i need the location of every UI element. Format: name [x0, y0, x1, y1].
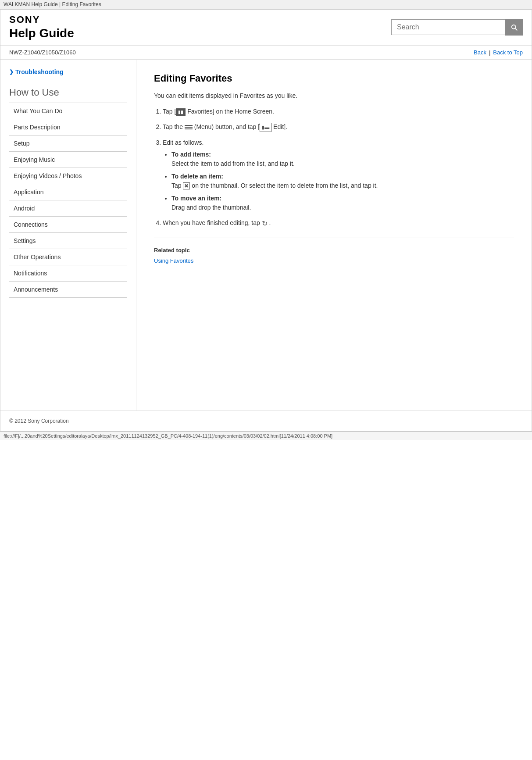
sidebar-item-settings[interactable]: Settings — [0, 233, 136, 249]
nav-links: Back | Back to Top — [474, 49, 523, 56]
intro-text: You can edit items displayed in Favorite… — [154, 92, 514, 99]
sidebar-item-parts-description[interactable]: Parts Description — [0, 119, 136, 135]
back-link[interactable]: Back — [474, 49, 486, 56]
step-1: Tap [▮▮ Favorites] on the Home Screen. — [163, 107, 514, 116]
main-content: Editing Favorites You can edit items dis… — [136, 60, 532, 410]
x-icon: ✖ — [183, 182, 190, 189]
sidebar-item-what-you-can-do[interactable]: What You Can Do — [0, 103, 136, 119]
steps-list: Tap [▮▮ Favorites] on the Home Screen. T… — [163, 107, 514, 229]
sidebar-item-notifications[interactable]: Notifications — [0, 265, 136, 281]
search-button[interactable] — [505, 19, 523, 36]
sidebar-item-enjoying-music[interactable]: Enjoying Music — [0, 152, 136, 168]
sub-step-move-detail: Drag and drop the thumbnail. — [171, 204, 251, 211]
status-bar: file:///F|/...20and%20Settings/editorala… — [0, 432, 532, 440]
separator: | — [489, 49, 490, 56]
troubleshooting-link[interactable]: ❯ Troubleshooting — [9, 68, 127, 75]
step-4-text: When you have finished editing, tap ↻ . — [163, 219, 271, 226]
sub-step-delete-detail: Tap ✖ on the thumbnail. Or select the it… — [171, 182, 378, 189]
sidebar-item-android[interactable]: Android — [0, 200, 136, 216]
content-wrapper: ❯ Troubleshooting How to Use What You Ca… — [0, 60, 532, 410]
step-1-text: Tap [▮▮ Favorites] on the Home Screen. — [163, 108, 274, 115]
sub-step-move: To move an item: Drag and drop the thumb… — [171, 194, 514, 212]
title-bar-text: WALKMAN Help Guide | Editing Favorites — [4, 1, 101, 7]
sub-step-delete: To delete an item: Tap ✖ on the thumbnai… — [171, 172, 514, 190]
sidebar-item-application[interactable]: Application — [0, 184, 136, 200]
header: SONY Help Guide — [0, 10, 532, 46]
step-4: When you have finished editing, tap ↻ . — [163, 218, 514, 229]
page-title: Editing Favorites — [154, 73, 514, 84]
sidebar-item-other-operations[interactable]: Other Operations — [0, 249, 136, 265]
status-url: file:///F|/...20and%20Settings/editorala… — [4, 433, 332, 439]
header-branding: SONY Help Guide — [9, 14, 74, 40]
sub-step-add-detail: Select the item to add from the list, an… — [171, 160, 295, 167]
sidebar-item-setup[interactable]: Setup — [0, 136, 136, 151]
sub-header: NWZ-Z1040/Z1050/Z1060 Back | Back to Top — [0, 46, 532, 60]
content-divider-bottom — [154, 273, 514, 273]
troubleshooting-label: Troubleshooting — [15, 68, 64, 75]
sidebar: ❯ Troubleshooting How to Use What You Ca… — [0, 60, 136, 410]
step-3: Edit as follows. To add items: Select th… — [163, 138, 514, 212]
step-2: Tap the (Menu) button, and tap [▮▬ Edit]… — [163, 122, 514, 132]
copyright: © 2012 Sony Corporation — [9, 418, 69, 424]
help-guide-title: Help Guide — [9, 26, 74, 40]
sidebar-item-enjoying-videos-photos[interactable]: Enjoying Videos / Photos — [0, 168, 136, 184]
model-number: NWZ-Z1040/Z1050/Z1060 — [9, 49, 76, 56]
sidebar-item-connections[interactable]: Connections — [0, 217, 136, 232]
sub-steps-list: To add items: Select the item to add fro… — [171, 150, 514, 212]
search-icon — [510, 23, 518, 31]
related-topic-label: Related topic — [154, 247, 514, 253]
footer: © 2012 Sony Corporation — [0, 410, 532, 431]
sidebar-item-announcements[interactable]: Announcements — [0, 282, 136, 297]
menu-icon — [185, 124, 193, 130]
undo-icon: ↻ — [262, 218, 268, 229]
title-bar: WALKMAN Help Guide | Editing Favorites — [0, 0, 532, 9]
sidebar-divider-12 — [9, 297, 127, 298]
edit-icon: ▮▬ — [260, 123, 271, 132]
sub-step-delete-label: To delete an item: — [171, 173, 223, 180]
content-divider-top — [154, 238, 514, 238]
how-to-use-title: How to Use — [0, 82, 136, 103]
favorites-icon: ▮▮ — [176, 108, 186, 116]
sony-logo: SONY — [9, 14, 74, 25]
sidebar-troubleshooting-section: ❯ Troubleshooting — [0, 68, 136, 82]
chevron-right-icon: ❯ — [9, 69, 14, 75]
sub-step-add: To add items: Select the item to add fro… — [171, 150, 514, 168]
step-3-text: Edit as follows. — [163, 139, 204, 146]
back-to-top-link[interactable]: Back to Top — [493, 49, 523, 56]
sub-step-move-label: To move an item: — [171, 195, 221, 202]
using-favorites-link[interactable]: Using Favorites — [154, 257, 193, 264]
step-2-text: Tap the (Menu) button, and tap [▮▬ Edit]… — [163, 123, 287, 130]
search-area — [391, 19, 523, 36]
sub-step-add-label: To add items: — [171, 151, 211, 158]
search-input[interactable] — [391, 19, 505, 35]
